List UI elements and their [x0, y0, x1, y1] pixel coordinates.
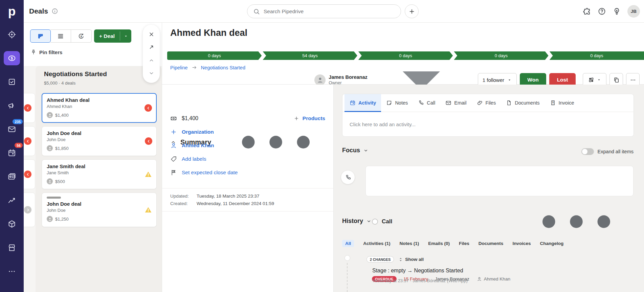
deal-card[interactable]: John Doe deal John Doe $1,850 [42, 126, 157, 156]
top-bar: p Deals Search Pipedrive JB [0, 0, 644, 23]
breadcrumb-stage-link[interactable]: Negotiations Started [201, 65, 245, 70]
svg-text:$: $ [11, 56, 13, 60]
kanban-toolbar: $ + Deal Pin filters [24, 23, 162, 66]
sidebar-item-activities[interactable]: 56 [0, 141, 24, 165]
chevron-down-icon[interactable] [366, 219, 372, 224]
sidebar-item-contacts[interactable] [0, 165, 24, 188]
history-heading: History [342, 218, 363, 225]
expand-updown-icon [398, 257, 403, 262]
linked-contact-link[interactable]: Ahmed Khan [182, 142, 214, 149]
tab-notes[interactable]: Notes [381, 94, 413, 112]
activity-more-button[interactable] [526, 171, 627, 272]
overdue-activity-badge[interactable] [145, 137, 152, 145]
activity-title: Call [382, 218, 392, 225]
history-tab-all[interactable]: All [342, 240, 354, 247]
quick-add-button[interactable] [405, 4, 419, 18]
add-products-link[interactable]: Products [294, 115, 325, 121]
tab-email[interactable]: Email [440, 94, 471, 112]
plus-icon [294, 116, 299, 121]
list-view-button[interactable] [50, 29, 71, 43]
sidebar-item-insights[interactable] [0, 188, 24, 212]
history-tab-emails[interactable]: Emails (0) [428, 241, 450, 246]
overdue-activity-badge[interactable] [145, 104, 152, 112]
tab-activity[interactable]: Activity [345, 94, 381, 112]
deal-card[interactable]: John Doe deal John Doe $1,250 [42, 193, 157, 227]
stage-segment[interactable]: 0 days [358, 51, 453, 60]
help-icon[interactable] [598, 7, 606, 16]
add-deal-dropdown[interactable] [120, 29, 131, 43]
warning-activity-badge[interactable] [144, 206, 152, 214]
breadcrumb: Pipeline Negotiations Started [170, 65, 245, 70]
chevron-down-icon[interactable] [363, 148, 369, 153]
activity-composer-placeholder[interactable]: Click here to add an activity... [350, 121, 416, 127]
stage-segment[interactable]: 0 days [167, 51, 262, 60]
future-arrow-badge [24, 206, 31, 214]
deal-timestamps: Updated: Tuesday, 18 March 2025 23:37 Cr… [162, 188, 333, 211]
stage-segment[interactable]: 54 days [263, 51, 357, 60]
info-icon[interactable] [51, 8, 58, 15]
history-tab-documents[interactable]: Documents [479, 241, 504, 246]
pin-filters-button[interactable]: Pin filters [30, 49, 62, 55]
history-tab-invoices[interactable]: Invoices [512, 241, 531, 246]
history-change-text: Stage : empty → Negotiations Started [372, 268, 463, 274]
owner-name: James Boreanaz [329, 74, 367, 80]
breadcrumb-pipeline-link[interactable]: Pipeline [170, 65, 188, 70]
chevron-down-icon[interactable] [148, 70, 155, 76]
stage-segment[interactable]: 0 days [550, 51, 644, 60]
expand-all-toggle[interactable] [581, 148, 594, 155]
tab-invoice[interactable]: $Invoice [545, 94, 579, 112]
caret-down-icon [123, 33, 129, 39]
deal-card[interactable]: Jane Smith deal Jane Smith $500 [42, 159, 157, 189]
arrow-left-icon [146, 106, 151, 111]
updated-value: Tuesday, 18 March 2025 23:37 [197, 194, 259, 199]
sidebar-item-mail[interactable]: 235 [0, 117, 24, 141]
sidebar-item-marketplace[interactable] [0, 236, 24, 260]
caret-down-icon [597, 77, 601, 82]
whats-new-icon[interactable] [613, 7, 621, 16]
deal-value[interactable]: $1,400 [182, 115, 198, 121]
marketplace-apps-icon[interactable] [583, 7, 591, 16]
close-icon[interactable] [148, 31, 155, 38]
add-deal-button[interactable]: + Deal [94, 29, 131, 43]
search-input[interactable]: Search Pipedrive [247, 4, 401, 18]
insights-icon [7, 196, 16, 205]
warning-activity-badge[interactable] [144, 170, 152, 178]
owner-avatar [314, 74, 326, 86]
show-all-button[interactable]: Show all [398, 257, 424, 262]
sidebar-item-projects[interactable] [0, 70, 24, 94]
expand-icon[interactable] [148, 44, 155, 50]
stage-segment[interactable]: 0 days [454, 51, 548, 60]
history-tab-activities[interactable]: Activities (1) [363, 241, 390, 246]
followers-label: 1 follower [483, 77, 504, 83]
sidebar-item-deals[interactable]: $ [0, 46, 24, 70]
user-avatar[interactable]: JB [627, 5, 640, 18]
activity-linked-person[interactable]: Ahmed Khan [484, 276, 510, 282]
arrow-left-icon [25, 139, 30, 144]
deal-card[interactable]: Ahmed Khan deal Ahmed Khan $1,400 [42, 93, 157, 123]
pipedrive-logo[interactable]: p [0, 0, 24, 23]
history-tab-changelog[interactable]: Changelog [540, 241, 563, 246]
arrow-left-icon [25, 106, 30, 111]
focus-activity-card[interactable]: Call OVERDUE · 15 February · James Borea… [365, 166, 634, 196]
add-organization-link[interactable]: Organization [182, 129, 214, 135]
chevron-up-icon[interactable] [148, 57, 155, 64]
calendar-icon [350, 100, 356, 106]
tab-files[interactable]: Files [472, 94, 501, 112]
history-tab-files[interactable]: Files [459, 241, 469, 246]
tab-call[interactable]: Call [413, 94, 440, 112]
sidebar-item-campaigns[interactable] [0, 94, 24, 117]
sidebar-item-products[interactable] [0, 212, 24, 236]
grid-icon [588, 77, 594, 83]
person-icon [316, 76, 324, 84]
forecast-view-button[interactable]: $ [71, 29, 92, 43]
deal-label [47, 197, 61, 199]
sidebar-item-more[interactable] [0, 260, 24, 283]
sidebar-item-leads[interactable] [0, 23, 24, 46]
changes-count-badge: 2 CHANGES [367, 256, 394, 263]
kanban-view-button[interactable] [30, 29, 51, 43]
add-labels-link[interactable]: Add labels [182, 156, 206, 162]
tab-documents[interactable]: Documents [501, 94, 545, 112]
set-close-date-link[interactable]: Set expected close date [182, 170, 238, 176]
history-tab-notes[interactable]: Notes (1) [400, 241, 419, 246]
mark-done-checkbox[interactable] [372, 219, 378, 225]
